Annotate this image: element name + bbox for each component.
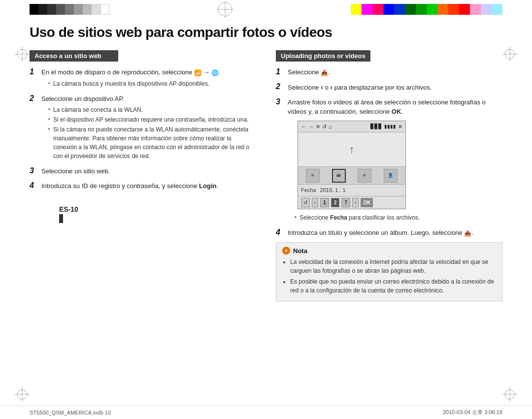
thumb-person[interactable]: 👤 (384, 169, 398, 183)
right-step-number-1: 1 (276, 67, 285, 76)
swatch-9 (100, 4, 109, 15)
battery-icon: ▮▮▮▮ (384, 123, 396, 130)
wifi-icon: 📶 (194, 69, 201, 76)
fecha-bold: Fecha (330, 214, 347, 221)
right-step-number-2: 2 (276, 82, 285, 91)
note-item-2: Es posible que no pueda enviar un correo… (290, 277, 496, 295)
swatch-r13 (481, 4, 492, 15)
step-content-2: Seleccione un dispositivo AP. La cámara … (41, 94, 256, 162)
toolbar-icons-right: ▊▊▊ ▮▮▮▮ ✕ (370, 123, 402, 131)
back-arrow-icon[interactable]: ← (301, 123, 306, 131)
swatch-r8 (427, 4, 437, 15)
right-step-content-2: Seleccione ‹ o › para desplazarse por lo… (288, 82, 432, 93)
page-content: Uso de sitios web para compartir fotos o… (30, 25, 502, 404)
top-bar (0, 0, 532, 19)
step-content-1: En el modo de disparo o de reproducción,… (41, 67, 221, 89)
crosshair-bottom-right (502, 387, 517, 402)
thumb-snowflake-1[interactable]: ❄ (306, 169, 320, 183)
swatch-r5 (394, 4, 405, 15)
camera-content-area: ↑ (298, 132, 405, 167)
thumb-landscape[interactable]: 🏔 (332, 169, 346, 183)
nav-ok-btn[interactable]: OK (361, 198, 373, 207)
right-column: Uploading photos or videos 1 Seleccione … (276, 50, 502, 301)
page-number-area: ES-10 (59, 205, 286, 223)
left-step-1: 1 En el modo de disparo o de reproducció… (30, 67, 256, 89)
fecha-label: Fecha (301, 186, 316, 194)
step-number-2: 2 (30, 94, 38, 103)
crosshair-top-right (502, 47, 517, 62)
step2-bullets: La cámara se conecta a la WLAN. Si el di… (48, 105, 256, 161)
crosshair-top-left (15, 47, 30, 62)
camera-ui: ← → ✕ ↺ ⌂ ▊▊▊ ▮▮▮▮ ✕ (298, 121, 406, 209)
note-box: + Nota La velocidad de la conexión a Int… (276, 242, 502, 301)
toolbar-close-icon[interactable]: ✕ (398, 123, 402, 131)
swatch-3 (47, 4, 56, 15)
login-bold: Login (199, 182, 216, 190)
ok-bold: OK (392, 108, 401, 115)
page-number-bar (59, 214, 63, 223)
page-title: Uso de sitios web para compartir fotos o… (30, 25, 502, 40)
camera-toolbar: ← → ✕ ↺ ⌂ ▊▊▊ ▮▮▮▮ ✕ (298, 121, 405, 133)
right-step-content-3: Arrastre fotos o vídeos al área de selec… (288, 97, 502, 223)
left-step-4: 4 Introduzca su ID de registro y contras… (30, 181, 256, 191)
home-icon[interactable]: ⌂ (329, 123, 332, 131)
nav-undo-btn[interactable]: ↺ (301, 198, 310, 207)
swatch-r10 (448, 4, 459, 15)
nav-next-btn[interactable]: › (352, 198, 359, 207)
swatch-r11 (459, 4, 470, 15)
nav-num-1[interactable]: 1 (320, 198, 329, 207)
thumbnail-row: ❄ 🏔 ❄ 👤 (298, 167, 405, 185)
camera-date-row: Fecha 2010. 1 . 1 (298, 185, 405, 196)
section-header-right: Uploading photos or videos (276, 50, 370, 62)
upload-arrow-icon: ↑ (349, 141, 355, 158)
step1-bullet-1: La cámara busca y muestra los dispositiv… (48, 79, 221, 88)
step2-bullet-1: La cámara se conecta a la WLAN. (48, 105, 256, 114)
swatch-r12 (470, 4, 481, 15)
color-strip-right (351, 4, 502, 15)
close-x-icon[interactable]: ✕ (316, 123, 320, 131)
swatch-r2 (362, 4, 372, 15)
swatch-r6 (405, 4, 416, 15)
crosshair-top-center (213, 0, 237, 19)
left-column: Acceso a un sitio web 1 En el modo de di… (30, 50, 256, 248)
step-content-4: Introduzca su ID de registro y contraseñ… (41, 181, 218, 191)
thumb-snowflake-2[interactable]: ❄ (358, 169, 371, 183)
section-header-left: Acceso a un sitio web (30, 50, 118, 62)
forward-arrow-icon[interactable]: → (308, 123, 314, 131)
swatch-r4 (383, 4, 394, 15)
camera-upload-icon: 📤 (321, 69, 328, 76)
note-item-1: La velocidad de la conexión a Internet p… (290, 258, 496, 275)
right-step-3: 3 Arrastre fotos o vídeos al área de sel… (276, 97, 502, 223)
nav-num-7[interactable]: 7 (341, 198, 350, 207)
right-step-1: 1 Seleccione 📤. (276, 67, 502, 77)
globe-icon: 🌐 (211, 69, 219, 76)
swatch-2 (38, 4, 47, 15)
step-number-3: 3 (30, 166, 38, 175)
crosshair-bottom-left (15, 387, 30, 402)
nav-prev-btn[interactable]: ‹ (312, 198, 318, 207)
note-list: La velocidad de la conexión a Internet p… (282, 258, 496, 295)
note-title: + Nota (282, 247, 496, 255)
note-icon: + (282, 247, 290, 255)
step-number-4: 4 (30, 181, 38, 190)
swatch-8 (92, 4, 100, 15)
right-arrow-icon: › (330, 83, 332, 91)
toolbar-icons-left: ← → ✕ ↺ ⌂ (301, 123, 332, 131)
refresh-icon[interactable]: ↺ (322, 123, 327, 131)
step2-bullet-2: Si el dispositivo AP seleccionado requie… (48, 115, 256, 124)
swatch-5 (65, 4, 74, 15)
nav-num-2[interactable]: 2 (331, 198, 340, 207)
step-number-1: 1 (30, 67, 38, 76)
left-arrow-icon: ‹ (321, 83, 323, 91)
page-number: ES-10 (59, 205, 286, 213)
right-step-4: 4 Introduzca un título y seleccione un á… (276, 228, 502, 238)
columns: Acceso a un sitio web 1 En el modo de di… (30, 50, 502, 301)
signal-icon: ▊▊▊ (370, 123, 382, 130)
swatch-r9 (437, 4, 448, 15)
step1-bullets: La cámara busca y muestra los dispositiv… (48, 79, 221, 88)
step3-bullets: Seleccione Fecha para clasificar los arc… (295, 213, 502, 222)
swatch-r3 (372, 4, 383, 15)
footer-right: 2010-03-04 오후 3:06:19 (443, 409, 502, 416)
swatch-r1 (351, 4, 362, 15)
swatch-6 (74, 4, 83, 15)
